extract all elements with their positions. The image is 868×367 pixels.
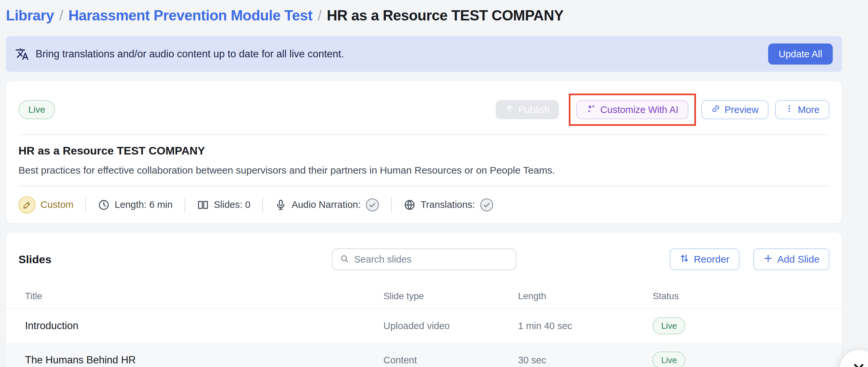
translate-icon [15, 47, 29, 61]
slide-length: 1 min 40 sec [518, 320, 653, 331]
module-card: Live Publish [6, 81, 842, 223]
slide-title: The Humans Behind HR [19, 354, 383, 366]
plus-icon [763, 253, 773, 266]
page-content: Library / Harassment Prevention Module T… [6, 0, 842, 367]
table-row[interactable]: The Humans Behind HR Content 30 sec Live [6, 343, 842, 367]
breadcrumb: Library / Harassment Prevention Module T… [6, 0, 842, 24]
module-description: Best practices for effective collaborati… [19, 165, 830, 176]
slides-header: Slides Reorder [6, 244, 842, 275]
slides-actions: Reorder Add Slide [516, 248, 830, 270]
column-header-title: Title [19, 291, 383, 301]
column-header-slide-type: Slide type [383, 291, 518, 301]
microphone-icon [275, 199, 287, 211]
meta-length-label: Length: 6 min [115, 199, 173, 210]
module-title: HR as a Resource TEST COMPANY [19, 144, 830, 157]
table-row[interactable]: Introduction Uploaded video 1 min 40 sec… [6, 309, 842, 343]
pencil-icon [19, 196, 36, 213]
arrows-up-down-icon [680, 253, 689, 266]
add-slide-button[interactable]: Add Slide [753, 248, 830, 270]
meta-slides-label: Slides: 0 [214, 199, 250, 210]
check-circle-icon [366, 198, 379, 212]
divider [19, 134, 830, 135]
search-icon [340, 254, 349, 265]
preview-button[interactable]: Preview [701, 100, 769, 119]
more-button[interactable]: More [775, 100, 830, 119]
reorder-button[interactable]: Reorder [670, 248, 739, 270]
slides-table-header: Title Slide type Length Status [6, 284, 842, 309]
globe-icon [404, 199, 415, 211]
slide-length: 30 sec [518, 355, 653, 366]
breadcrumb-separator: / [59, 7, 63, 24]
divider [19, 186, 830, 186]
close-button[interactable] [840, 350, 868, 367]
link-icon [711, 104, 720, 116]
module-card-header: Live Publish [19, 94, 830, 126]
breadcrumb-module-link[interactable]: Harassment Prevention Module Test [68, 7, 312, 24]
meta-custom-label: Custom [40, 199, 73, 210]
customize-with-ai-button[interactable]: Customize With AI [576, 100, 688, 119]
slide-status-badge: Live [652, 317, 685, 334]
publish-button[interactable]: Publish [496, 100, 559, 119]
slide-status-badge: Live [652, 351, 685, 367]
meta-translations: Translations: [404, 198, 494, 212]
divider [391, 197, 392, 213]
close-icon [851, 361, 866, 367]
slides-card: Slides Reorder [6, 233, 842, 367]
divider [262, 197, 263, 213]
red-annotation-highlight: Customize With AI [569, 94, 696, 126]
meta-length: Length: 6 min [98, 199, 173, 211]
arrow-up-icon [505, 104, 514, 116]
kebab-menu-icon [785, 104, 794, 115]
update-all-button[interactable]: Update All [768, 43, 833, 65]
search-slides-input[interactable] [353, 254, 508, 265]
divider [185, 197, 185, 213]
breadcrumb-separator: / [318, 7, 322, 24]
column-header-status: Status [652, 291, 830, 301]
column-header-length: Length [518, 291, 653, 301]
module-status-badge: Live [19, 100, 55, 119]
meta-translations-label: Translations: [421, 199, 475, 210]
banner-message: Bring translations and/or audio content … [36, 48, 344, 60]
divider [85, 197, 86, 213]
breadcrumb-current-page: HR as a Resource TEST COMPANY [327, 7, 563, 24]
slides-search[interactable] [332, 248, 516, 270]
update-banner: Bring translations and/or audio content … [6, 36, 842, 72]
sparkles-icon [586, 104, 596, 116]
slide-type: Uploaded video [383, 320, 518, 331]
slide-type: Content [383, 355, 518, 366]
slides-section-title: Slides [19, 253, 332, 266]
meta-audio-narration: Audio Narration: [275, 198, 380, 212]
book-icon [197, 199, 209, 211]
check-circle-icon [480, 198, 494, 212]
module-meta-row: Custom Length: 6 min Slides: 0 [19, 196, 830, 213]
module-actions: Publish Customize With AI [496, 94, 830, 126]
meta-custom: Custom [19, 196, 73, 213]
slide-title: Introduction [19, 320, 383, 332]
meta-audio-label: Audio Narration: [292, 199, 361, 210]
meta-slides: Slides: 0 [197, 199, 250, 211]
breadcrumb-library-link[interactable]: Library [6, 7, 54, 24]
clock-icon [98, 199, 110, 211]
